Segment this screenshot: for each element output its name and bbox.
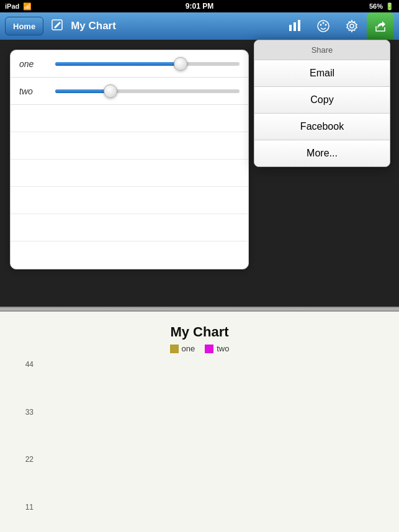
bar-chart-icon-button[interactable] [281,12,308,40]
y-label-11: 11 [19,503,34,511]
label-two: two [19,86,50,96]
label-one: one [19,59,50,69]
more-button[interactable]: More... [254,140,390,166]
top-panel: one two Share Email Copy Facebook More..… [0,40,399,307]
legend-item-two: two [205,344,229,353]
status-bar: iPad 📶 9:01 PM 56% 🔋 [0,0,399,12]
wifi-icon: 📶 [23,2,32,11]
legend-label-one: one [182,344,195,353]
empty-row-1 [11,105,248,132]
empty-row-4 [11,187,248,214]
chart-title: My Chart [19,324,380,340]
status-time: 9:01 PM [186,2,213,11]
email-button[interactable]: Email [254,60,390,87]
control-row-one: one [11,50,248,78]
empty-row-5 [11,214,248,241]
svg-point-6 [323,22,325,24]
y-label-33: 33 [19,408,34,416]
y-label-44: 44 [19,361,34,368]
svg-rect-2 [294,22,296,31]
palette-icon-button[interactable] [310,12,337,40]
status-right: 56% 🔋 [369,2,394,11]
legend-swatch-two [205,345,213,353]
svg-rect-3 [298,20,300,31]
nav-icons [281,12,394,40]
y-label-22: 22 [19,456,34,463]
edit-icon [51,19,63,31]
slider-two[interactable] [55,89,240,93]
empty-row-6 [11,241,248,269]
slider-one[interactable] [55,62,240,66]
battery-label: 56% [369,2,383,10]
svg-rect-1 [289,25,292,31]
legend-item-one: one [170,344,195,353]
copy-button[interactable]: Copy [254,87,390,114]
settings-icon-button[interactable] [338,12,365,40]
share-header: Share [254,40,390,60]
svg-point-7 [325,24,327,26]
edit-button[interactable] [48,19,66,34]
nav-bar: Home My Chart [0,12,399,40]
gear-icon [345,19,359,33]
panel-divider [0,307,399,312]
chart-body: 0 11 22 33 44 [19,361,380,532]
empty-row-2 [11,132,248,160]
legend-swatch-one [170,345,179,353]
chart-legend: one two [19,344,380,353]
palette-icon [316,19,331,34]
share-icon-button[interactable] [367,12,394,40]
share-icon [374,19,387,33]
page-title: My Chart [71,20,276,32]
y-axis: 0 11 22 33 44 [19,361,34,532]
home-button[interactable]: Home [5,17,43,35]
battery-icon: 🔋 [385,2,394,11]
empty-row-3 [11,160,248,187]
facebook-button[interactable]: Facebook [254,114,390,140]
chart-area: My Chart one two 0 11 22 33 44 [0,312,399,532]
legend-label-two: two [217,344,229,353]
bar-chart-icon [287,19,302,34]
share-popover: Share Email Copy Facebook More... [254,40,390,167]
controls-panel: one two [10,50,249,269]
control-row-two: two [11,78,248,105]
svg-point-8 [350,24,354,28]
status-left: iPad 📶 [5,2,32,11]
carrier-label: iPad [5,2,19,10]
svg-point-5 [320,24,322,26]
